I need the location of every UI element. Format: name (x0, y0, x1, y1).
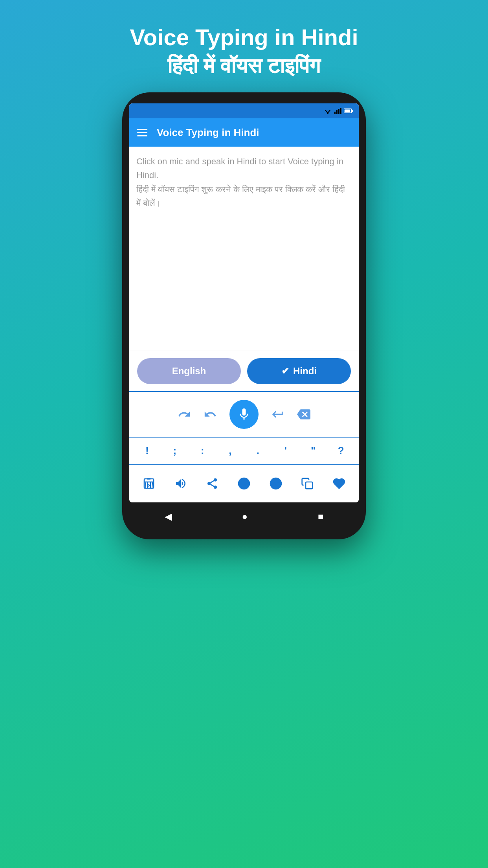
punct-comma[interactable]: , (220, 445, 240, 457)
punct-question[interactable]: ? (331, 445, 351, 457)
svg-text:✕: ✕ (147, 484, 151, 488)
svg-rect-3 (334, 112, 336, 114)
svg-rect-8 (345, 110, 350, 112)
heart-icon (333, 477, 345, 490)
action-row: ✕ (129, 465, 359, 502)
undo-button[interactable] (204, 408, 217, 421)
svg-rect-9 (352, 110, 353, 112)
svg-rect-5 (338, 109, 339, 114)
hindi-language-button[interactable]: ✔ Hindi (247, 358, 351, 384)
svg-rect-23 (306, 482, 312, 489)
svg-rect-4 (336, 110, 338, 114)
svg-point-16 (214, 478, 217, 482)
enter-icon (271, 408, 284, 421)
trash-icon: ✕ (143, 477, 155, 490)
whatsapp-button[interactable] (233, 473, 255, 495)
voice-text-area[interactable]: Click on mic and speak in Hindi to start… (129, 147, 359, 351)
svg-point-18 (214, 486, 217, 489)
redo-icon (178, 408, 191, 421)
battery-icon (344, 108, 353, 113)
enter-button[interactable] (271, 408, 284, 421)
punct-quote[interactable]: " (303, 445, 323, 457)
messenger-icon (269, 477, 283, 490)
undo-icon (204, 408, 217, 421)
home-button[interactable]: ● (242, 511, 248, 522)
svg-line-19 (211, 484, 214, 486)
backspace-button[interactable] (297, 408, 310, 421)
speaker-button[interactable] (170, 473, 192, 495)
punct-period[interactable]: . (248, 445, 268, 457)
punct-colon[interactable]: : (193, 445, 212, 457)
share-button[interactable] (201, 473, 223, 495)
copy-icon (301, 477, 314, 490)
placeholder-text: Click on mic and speak in Hindi to start… (136, 154, 352, 210)
punctuation-row: ! ; : , . ' " ? (129, 438, 359, 465)
wifi-icon (323, 108, 332, 114)
mic-button[interactable] (229, 400, 259, 429)
page-title-hindi: हिंदी में वॉयस टाइपिंग (130, 51, 358, 81)
menu-button[interactable] (137, 129, 147, 136)
svg-line-20 (211, 481, 214, 483)
status-icons (323, 108, 353, 114)
placeholder-hi: हिंदी में वॉयस टाइपिंग शुरू करने के लिए … (136, 184, 345, 208)
back-button[interactable]: ◀ (165, 511, 172, 522)
messenger-button[interactable] (265, 473, 287, 495)
page-title-area: Voice Typing in Hindi हिंदी में वॉयस टाइ… (114, 0, 374, 92)
phone-screen: Voice Typing in Hindi Click on mic and s… (129, 103, 359, 502)
hamburger-line-2 (137, 132, 147, 133)
app-toolbar: Voice Typing in Hindi (129, 118, 359, 147)
punct-exclamation[interactable]: ! (137, 445, 157, 457)
placeholder-en: Click on mic and speak in Hindi to start… (136, 156, 343, 180)
copy-button[interactable] (296, 473, 318, 495)
signal-icon (334, 108, 341, 114)
whatsapp-icon (237, 477, 251, 490)
favorite-button[interactable] (328, 473, 350, 495)
svg-point-17 (207, 482, 211, 485)
punct-semicolon[interactable]: ; (165, 445, 185, 457)
nav-bar: ◀ ● ■ (129, 505, 359, 528)
svg-rect-6 (340, 108, 341, 114)
english-language-button[interactable]: English (137, 358, 241, 384)
hindi-check-icon: ✔ (281, 366, 289, 377)
hamburger-line-1 (137, 129, 147, 130)
recent-button[interactable]: ■ (318, 511, 324, 522)
hindi-btn-label: Hindi (293, 366, 317, 377)
share-icon (206, 477, 218, 490)
language-selector: English ✔ Hindi (129, 351, 359, 392)
delete-button[interactable]: ✕ (138, 473, 160, 495)
mic-icon (237, 407, 251, 421)
control-row (129, 392, 359, 438)
redo-button[interactable] (178, 408, 191, 421)
punct-apostrophe[interactable]: ' (276, 445, 295, 457)
backspace-icon (297, 408, 310, 421)
phone-device: Voice Typing in Hindi Click on mic and s… (122, 92, 366, 539)
speaker-icon (174, 477, 187, 490)
hamburger-line-3 (137, 135, 147, 136)
status-bar (129, 103, 359, 118)
page-title-english: Voice Typing in Hindi (130, 24, 358, 51)
app-title: Voice Typing in Hindi (157, 127, 259, 139)
